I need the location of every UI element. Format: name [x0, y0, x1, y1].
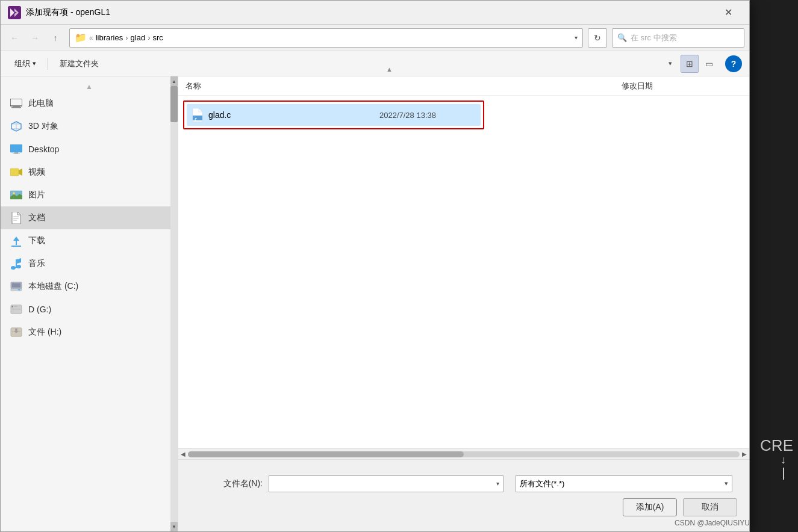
svg-text:C: C [195, 117, 197, 122]
path-part-src[interactable]: src [152, 33, 163, 42]
svg-point-12 [13, 192, 15, 194]
svg-rect-22 [12, 283, 21, 288]
add-button[interactable]: 添加(A) [623, 498, 677, 516]
svg-point-20 [16, 265, 21, 268]
path-separator-prefix: « [89, 34, 93, 42]
svg-rect-24 [18, 289, 20, 291]
title-bar: 添加现有项 - openGL1 ✕ [1, 1, 749, 25]
sidebar-item-videos[interactable]: 视频 [1, 161, 178, 184]
sidebar-item-drive-h[interactable]: 文件 (H:) [1, 321, 178, 344]
toolbar-divider [48, 58, 48, 70]
sidebar-item-pictures[interactable]: 图片 [1, 184, 178, 206]
path-part-libraries[interactable]: libraries [96, 33, 123, 42]
filename-input[interactable]: ▾ [269, 475, 503, 492]
h-scroll-right-btn[interactable]: ▶ [742, 451, 747, 457]
cancel-button[interactable]: 取消 [683, 498, 737, 516]
filetype-dropdown-icon[interactable]: ▾ [725, 480, 728, 487]
sidebar-scroll-up-btn[interactable]: ▲ [170, 76, 178, 86]
filetype-label: 所有文件(*.*) [520, 478, 564, 489]
search-box[interactable]: 🔍 在 src 中搜索 [612, 28, 744, 48]
sidebar-label-3d-objects: 3D 对象 [28, 121, 58, 132]
file-selection-box: C glad.c 2022/7/28 13:38 [183, 101, 484, 129]
date-column-header[interactable]: 修改日期 [622, 81, 742, 91]
path-bar[interactable]: 📁 « libraries › glad › src ▾ [69, 28, 583, 48]
sidebar-item-3d-objects[interactable]: 3D 对象 [1, 115, 178, 138]
file-header: ▲ 名称 修改日期 [178, 76, 749, 96]
sidebar-scroll-thumb[interactable] [170, 86, 178, 122]
list-view-icon: ⊞ [686, 59, 693, 69]
organize-button[interactable]: 组织 ▾ [8, 55, 43, 73]
help-button[interactable]: ? [725, 55, 742, 72]
bottom-bar: 文件名(N): ▾ 所有文件(*.*) ▾ 添加(A) [178, 459, 749, 531]
action-row: 添加(A) 取消 [190, 498, 737, 516]
search-placeholder: 在 src 中搜索 [631, 32, 677, 43]
name-col-label: 名称 [185, 81, 201, 91]
svg-rect-23 [11, 289, 22, 291]
documents-icon [10, 212, 22, 224]
new-folder-label: 新建文件夹 [60, 58, 99, 69]
organize-label: 组织 [14, 58, 30, 69]
cancel-label: 取消 [702, 502, 719, 513]
toolbar: 组织 ▾ 新建文件夹 ▾ ⊞ ▭ ? [1, 51, 749, 76]
add-existing-item-dialog: 添加现有项 - openGL1 ✕ ← → ↑ 📁 « libraries › … [0, 0, 750, 532]
filetype-select[interactable]: 所有文件(*.*) ▾ [516, 475, 732, 492]
dialog-title: 添加现有项 - openGL1 [26, 7, 709, 18]
music-icon [10, 258, 22, 270]
close-button[interactable]: ✕ [714, 3, 742, 22]
filename-dropdown-icon[interactable]: ▾ [496, 480, 499, 487]
sidebar-scroll-up[interactable]: ▲ [1, 81, 178, 92]
local-disk-c-icon [10, 280, 22, 292]
path-dropdown-icon[interactable]: ▾ [575, 34, 578, 41]
svg-rect-28 [14, 306, 17, 307]
sidebar-scroll-down-btn[interactable]: ▼ [170, 522, 178, 531]
organize-dropdown-icon[interactable]: ▾ [33, 60, 36, 67]
videos-icon [10, 166, 22, 178]
sidebar-item-drive-g[interactable]: D (G:) [1, 298, 178, 321]
pictures-icon [10, 189, 22, 201]
panel-view-button[interactable]: ▭ [700, 55, 718, 73]
new-folder-button[interactable]: 新建文件夹 [53, 55, 105, 73]
svg-rect-5 [11, 107, 21, 108]
path-text: « libraries › glad › src [89, 33, 163, 42]
navigation-bar: ← → ↑ 📁 « libraries › glad › src ▾ [1, 25, 749, 51]
sidebar-item-documents[interactable]: 文档 [1, 206, 178, 229]
svg-point-27 [11, 306, 13, 308]
view-dropdown-icon[interactable]: ▾ [661, 55, 679, 73]
main-content: ▲ 此电脑 3D 对象 Deskt [1, 76, 749, 531]
sidebar-label-documents: 文档 [28, 212, 45, 223]
desktop-icon [10, 143, 22, 155]
drive-g-icon [10, 303, 22, 315]
date-col-label: 修改日期 [622, 81, 653, 90]
folder-icon: 📁 [75, 32, 87, 43]
h-scroll-track [188, 451, 740, 457]
svg-rect-9 [10, 169, 19, 176]
refresh-icon: ↻ [594, 33, 601, 43]
drive-h-icon [10, 326, 22, 338]
sidebar-label-videos: 视频 [28, 167, 45, 178]
h-scroll-left-btn[interactable]: ◀ [181, 451, 185, 457]
file-list: C glad.c 2022/7/28 13:38 [178, 96, 749, 448]
up-button[interactable]: ↑ [46, 29, 64, 47]
sidebar-item-music[interactable]: 音乐 [1, 252, 178, 275]
forward-button[interactable]: → [26, 29, 44, 47]
h-scroll-thumb[interactable] [188, 451, 464, 457]
file-item-glad-c[interactable]: C glad.c 2022/7/28 13:38 [187, 104, 481, 126]
name-column-header[interactable]: 名称 [185, 81, 622, 91]
c-file-icon: C [192, 109, 204, 121]
sidebar: ▲ 此电脑 3D 对象 Deskt [1, 76, 178, 531]
sidebar-item-this-pc[interactable]: 此电脑 [1, 92, 178, 115]
downloads-icon [10, 235, 22, 247]
sidebar-scrollbar[interactable]: ▲ ▼ [170, 76, 178, 531]
sidebar-item-local-disk-c[interactable]: 本地磁盘 (C:) [1, 275, 178, 298]
watermark: CSDN @JadeQIUSIYU [675, 519, 750, 527]
help-label: ? [731, 59, 737, 69]
list-view-button[interactable]: ⊞ [681, 55, 699, 73]
svg-rect-26 [12, 309, 21, 309]
file-area: ▲ 名称 修改日期 [178, 76, 749, 531]
svg-rect-17 [11, 246, 21, 247]
sidebar-item-desktop[interactable]: Desktop [1, 138, 178, 161]
sidebar-item-downloads[interactable]: 下载 [1, 229, 178, 252]
refresh-button[interactable]: ↻ [588, 28, 607, 48]
path-part-glad[interactable]: glad [131, 33, 146, 42]
back-button[interactable]: ← [5, 29, 23, 47]
